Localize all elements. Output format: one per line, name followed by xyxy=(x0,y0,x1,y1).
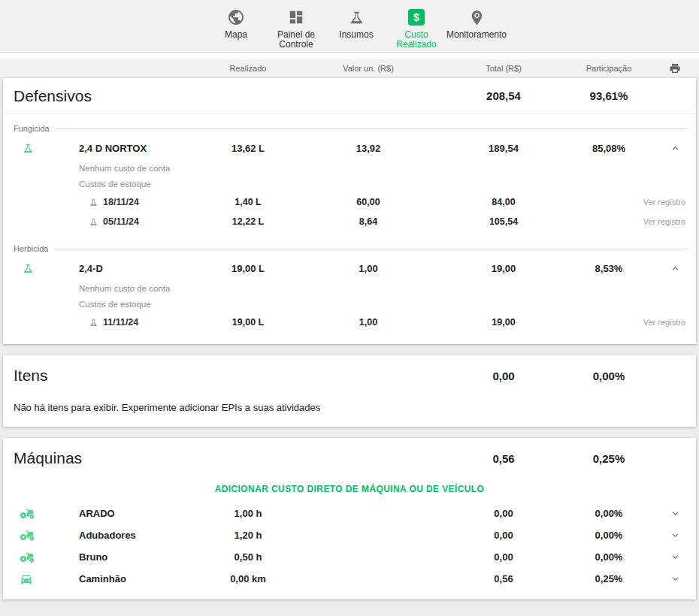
machine-realizado: 0,50 h xyxy=(203,551,293,563)
column-header-realizado: Realizado xyxy=(203,64,293,73)
section-title-maquinas: Máquinas xyxy=(3,449,443,467)
section-itens: Itens 0,00 0,00% Não há itens para exibi… xyxy=(3,355,696,427)
machine-participacao: 0,00% xyxy=(564,530,654,541)
tractor-icon xyxy=(20,550,35,565)
product-valor-un: 1,00 xyxy=(293,263,443,274)
section-defensivos: Defensivos 208,54 93,61% Fungicida 2,4 D… xyxy=(3,78,696,344)
nav-item-custo-realizado[interactable]: $ Custo Realizado xyxy=(388,7,445,50)
stock-realizado: 12,22 L xyxy=(203,216,293,227)
group-label: Herbicida xyxy=(14,244,48,253)
machine-participacao: 0,25% xyxy=(564,573,654,584)
page-content: Defensivos 208,54 93,61% Fungicida 2,4 D… xyxy=(0,77,699,599)
ver-registro-link[interactable]: Ver registro xyxy=(564,217,696,226)
stock-cost-row: 05/11/24 12,22 L 8,64 105,54 Ver registr… xyxy=(3,212,696,231)
product-name: 2,4-D xyxy=(79,263,103,274)
column-header-total: Total (R$) xyxy=(443,64,564,73)
spacer xyxy=(0,53,699,59)
product-name: 2,4 D NORTOX xyxy=(79,143,147,154)
group-label: Fungicida xyxy=(14,124,50,133)
nav-item-insumos[interactable]: Insumos xyxy=(328,7,385,40)
chevron-down-icon[interactable] xyxy=(654,573,696,584)
machine-participacao: 0,00% xyxy=(564,508,654,519)
product-row[interactable]: 2,4-D 19,00 L 1,00 19,00 8,53% xyxy=(3,255,696,281)
nav-item-painel-de-controle[interactable]: Painel de Controle xyxy=(268,7,325,50)
stock-date: 05/11/24 xyxy=(103,216,139,227)
group-divider xyxy=(54,249,688,249)
nav-item-monitoramento[interactable]: Monitoramento xyxy=(448,7,505,40)
chevron-up-icon[interactable] xyxy=(654,263,696,274)
stock-cost-row: 18/11/24 1,40 L 60,00 84,00 Ver registro xyxy=(3,192,696,212)
ver-registro-link[interactable]: Ver registro xyxy=(564,318,696,327)
no-account-cost-label: Nenhum custo de conta xyxy=(3,281,696,297)
machine-total: 0,00 xyxy=(443,551,564,563)
machine-realizado: 1,00 h xyxy=(203,508,293,519)
section-title-defensivos: Defensivos xyxy=(3,87,443,105)
flask-icon xyxy=(22,262,35,275)
truck-icon xyxy=(20,572,35,586)
stock-total: 84,00 xyxy=(443,197,564,207)
machine-row[interactable]: Caminhão 0,00 km 0,56 0,25% xyxy=(3,568,696,590)
stock-costs-label: Custos de estoque xyxy=(3,177,696,192)
stock-date: 11/11/24 xyxy=(103,317,138,328)
machine-name: Adubadores xyxy=(79,530,136,541)
flask-icon xyxy=(89,217,98,227)
product-row[interactable]: 2,4 D NORTOX 13,62 L 13,92 189,54 85,08% xyxy=(3,135,696,161)
nav-label: Painel de Controle xyxy=(268,30,325,50)
machine-realizado: 1,20 h xyxy=(203,530,293,541)
machine-row[interactable]: Bruno 0,50 h 0,00 0,00% xyxy=(3,546,696,568)
group-herbicida: Herbicida xyxy=(3,242,696,255)
section-participacao: 0,00% xyxy=(564,370,654,382)
no-account-cost-label: Nenhum custo de conta xyxy=(3,161,696,177)
chevron-down-icon[interactable] xyxy=(654,551,696,563)
top-navigation: Mapa Painel de Controle Insumos $ Custo … xyxy=(0,0,699,53)
chevron-down-icon[interactable] xyxy=(654,508,696,519)
nav-label: Mapa xyxy=(225,30,247,40)
product-valor-un: 13,92 xyxy=(293,143,443,154)
group-fungicida: Fungicida xyxy=(3,122,696,135)
stock-valor-un: 60,00 xyxy=(293,197,443,207)
product-realizado: 19,00 L xyxy=(203,263,293,274)
chevron-down-icon[interactable] xyxy=(654,530,696,541)
nav-item-mapa[interactable]: Mapa xyxy=(207,7,265,40)
flask-icon xyxy=(348,7,365,28)
stock-realizado: 1,40 L xyxy=(203,197,293,207)
machine-total: 0,00 xyxy=(443,530,564,541)
chevron-up-icon[interactable] xyxy=(654,143,696,154)
stock-valor-un: 8,64 xyxy=(293,216,443,227)
monitoring-pin-icon xyxy=(468,7,486,28)
machine-name: ARADO xyxy=(79,508,115,519)
nav-label: Insumos xyxy=(339,30,373,40)
itens-empty-message: Não há itens para exibir. Experimente ad… xyxy=(3,390,696,427)
product-total: 189,54 xyxy=(443,143,564,154)
ver-registro-link[interactable]: Ver registro xyxy=(564,198,696,207)
globe-icon xyxy=(227,7,245,28)
machine-row[interactable]: ARADO 1,00 h 0,00 0,00% xyxy=(3,503,696,524)
stock-valor-un: 1,00 xyxy=(293,317,443,328)
machine-total: 0,00 xyxy=(443,508,564,519)
dashboard-grid-icon xyxy=(288,7,304,28)
dollar-glyph: $ xyxy=(408,9,425,26)
section-participacao: 93,61% xyxy=(564,89,654,102)
product-realizado: 13,62 L xyxy=(203,143,293,154)
machine-name: Bruno xyxy=(79,551,107,563)
nav-label: Custo Realizado xyxy=(388,30,445,50)
stock-costs-label: Custos de estoque xyxy=(3,297,696,313)
machine-participacao: 0,00% xyxy=(564,551,654,563)
printer-icon[interactable] xyxy=(654,62,696,74)
section-maquinas: Máquinas 0,56 0,25% ADICIONAR CUSTO DIRE… xyxy=(3,438,696,599)
add-machine-cost-link[interactable]: ADICIONAR CUSTO DIRETO DE MÁQUINA OU DE … xyxy=(215,484,485,494)
nav-label: Monitoramento xyxy=(446,30,507,40)
column-header-participacao: Participação xyxy=(564,64,654,73)
flask-icon xyxy=(89,318,98,328)
section-total: 0,00 xyxy=(443,370,564,382)
product-total: 19,00 xyxy=(443,263,564,274)
machine-row[interactable]: Adubadores 1,20 h 0,00 0,00% xyxy=(3,524,696,546)
section-total: 0,56 xyxy=(443,452,564,465)
flask-icon xyxy=(22,142,35,155)
machine-total: 0,56 xyxy=(443,573,564,584)
column-header-valor-un: Valor un. (R$) xyxy=(293,64,443,73)
product-participacao: 85,08% xyxy=(564,143,654,154)
section-title-itens: Itens xyxy=(3,367,443,385)
machine-realizado: 0,00 km xyxy=(203,573,293,584)
product-participacao: 8,53% xyxy=(564,263,654,274)
